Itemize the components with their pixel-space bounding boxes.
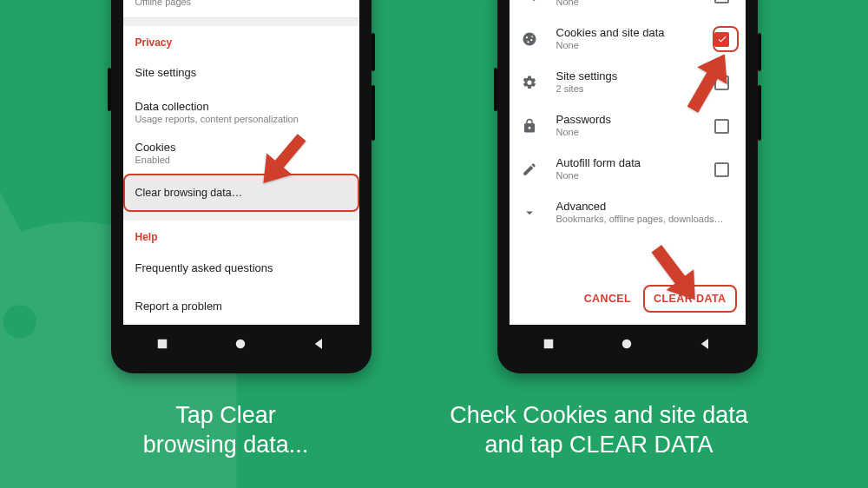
dialog-actions: CANCEL CLEAR DATA — [510, 271, 746, 325]
passwords-checkbox[interactable] — [714, 119, 729, 134]
site-settings-title: Site settings — [556, 69, 711, 82]
advanced-row[interactable]: Advanced Bookmarks, offline pages, downl… — [510, 191, 746, 234]
cookies-row[interactable]: Cookies Enabled — [123, 133, 359, 174]
report-problem-title: Report a problem — [135, 300, 222, 313]
offline-pages-row[interactable]: Offline pages Offline pages — [123, 0, 359, 17]
site-settings-checkbox[interactable] — [714, 76, 729, 90]
nav-home-icon[interactable] — [619, 336, 635, 355]
clear-data-button[interactable]: CLEAR DATA — [643, 285, 736, 313]
report-problem-row[interactable]: Report a problem — [123, 287, 359, 325]
search-icon — [522, 0, 556, 3]
svg-point-9 — [622, 340, 632, 349]
site-settings-sub: 2 sites — [556, 83, 711, 95]
faq-row[interactable]: Frequently asked questions — [123, 248, 359, 287]
pencil-icon — [522, 162, 556, 177]
data-collection-row[interactable]: Data collection Usage reports, content p… — [123, 92, 359, 133]
site-settings-row[interactable]: Site settings 2 sites — [510, 61, 746, 104]
svg-point-7 — [236, 340, 246, 349]
right-caption: Check Cookies and site data and tap CLEA… — [417, 401, 781, 460]
autofill-title: Autofill form data — [556, 156, 711, 169]
clear-browsing-data-title: Clear browsing data… — [135, 187, 243, 199]
clear-browsing-data-row[interactable]: Clear browsing data… — [123, 174, 359, 212]
nav-recent-icon[interactable] — [312, 336, 327, 355]
cookie-icon — [522, 31, 556, 47]
right-screen: Recent searches None Cookies and site da… — [510, 0, 746, 325]
advanced-sub: Bookmarks, offline pages, downloads… — [556, 214, 733, 225]
recent-searches-checkbox[interactable] — [714, 0, 729, 3]
nav-home-icon[interactable] — [233, 336, 248, 355]
cookies-site-data-sub: None — [556, 40, 711, 51]
cookies-sub: Enabled — [135, 155, 176, 166]
help-header: Help — [123, 221, 359, 248]
data-collection-sub: Usage reports, content personalization — [135, 114, 299, 125]
site-settings-title: Site settings — [135, 66, 197, 79]
site-settings-row[interactable]: Site settings — [123, 54, 359, 92]
recent-searches-row[interactable]: Recent searches None — [510, 0, 746, 17]
autofill-row[interactable]: Autofill form data None — [510, 148, 746, 191]
lock-icon — [522, 118, 556, 134]
android-navbar — [510, 330, 746, 361]
left-screen: Offline pages Offline pages Privacy Site… — [123, 0, 359, 325]
cookies-site-data-title: Cookies and site data — [556, 26, 711, 39]
autofill-checkbox[interactable] — [714, 162, 729, 177]
advanced-title: Advanced — [556, 200, 733, 213]
passwords-row[interactable]: Passwords None — [510, 104, 746, 148]
passwords-title: Passwords — [556, 113, 711, 126]
left-caption: Tap Clear browsing data... — [87, 401, 365, 460]
passwords-sub: None — [556, 127, 711, 138]
android-navbar — [123, 330, 359, 361]
offline-pages-sub: Offline pages — [135, 0, 201, 9]
gear-icon — [522, 75, 556, 90]
nav-back-icon[interactable] — [541, 336, 556, 355]
cookies-title: Cookies — [135, 141, 176, 154]
data-collection-title: Data collection — [135, 100, 299, 113]
nav-back-icon[interactable] — [155, 336, 170, 355]
faq-title: Frequently asked questions — [135, 261, 273, 274]
captions: Tap Clear browsing data... Check Cookies… — [0, 401, 868, 460]
left-phone: Offline pages Offline pages Privacy Site… — [111, 0, 372, 373]
recent-searches-sub: None — [556, 0, 711, 9]
cookies-site-data-row[interactable]: Cookies and site data None — [510, 17, 746, 61]
right-phone: Recent searches None Cookies and site da… — [497, 0, 758, 373]
autofill-sub: None — [556, 170, 711, 181]
privacy-header: Privacy — [123, 26, 359, 54]
cancel-button[interactable]: CANCEL — [575, 287, 640, 311]
cookies-site-data-checkbox[interactable] — [714, 32, 729, 47]
svg-rect-8 — [544, 340, 554, 349]
chevron-down-icon — [522, 205, 556, 221]
nav-recent-icon[interactable] — [698, 336, 713, 355]
svg-rect-6 — [158, 340, 168, 349]
